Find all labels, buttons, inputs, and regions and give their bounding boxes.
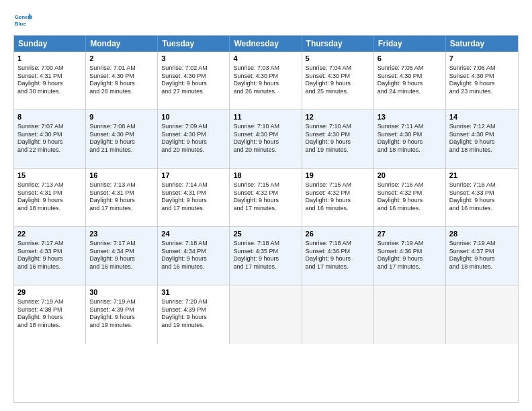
cell-text-line: Sunrise: 7:00 AM	[17, 64, 82, 73]
cell-text-line: and 20 minutes.	[233, 146, 298, 154]
day-number: 7	[449, 54, 515, 64]
cal-cell-day-22: 22Sunrise: 7:17 AMSunset: 4:33 PMDayligh…	[14, 227, 86, 285]
day-number: 3	[161, 54, 226, 64]
header: General Blue	[13, 11, 519, 30]
cell-text-line: Daylight: 9 hours	[449, 255, 515, 263]
cell-text-line: Sunset: 4:30 PM	[89, 131, 154, 139]
cal-cell-day-9: 9Sunrise: 7:08 AMSunset: 4:30 PMDaylight…	[86, 110, 158, 168]
cell-text-line: Sunset: 4:31 PM	[17, 73, 82, 81]
calendar-week-3: 15Sunrise: 7:13 AMSunset: 4:31 PMDayligh…	[14, 169, 518, 227]
cal-cell-day-25: 25Sunrise: 7:18 AMSunset: 4:35 PMDayligh…	[230, 227, 302, 285]
day-number: 18	[233, 171, 298, 181]
cell-text-line: Sunrise: 7:02 AM	[161, 64, 226, 73]
header-cell-tuesday: Tuesday	[158, 36, 230, 52]
cell-text-line: and 25 minutes.	[306, 88, 370, 96]
cal-cell-day-13: 13Sunrise: 7:11 AMSunset: 4:30 PMDayligh…	[374, 110, 446, 168]
calendar-header: SundayMondayTuesdayWednesdayThursdayFrid…	[14, 36, 518, 52]
cell-text-line: and 18 minutes.	[17, 205, 82, 213]
header-cell-friday: Friday	[374, 36, 446, 52]
svg-text:Blue: Blue	[15, 21, 27, 27]
cell-text-line: Sunset: 4:31 PM	[161, 189, 226, 197]
cell-text-line: Sunset: 4:31 PM	[17, 189, 82, 197]
cell-text-line: and 16 minutes.	[161, 263, 226, 271]
cell-text-line: Daylight: 9 hours	[306, 255, 370, 263]
cell-text-line: and 17 minutes.	[306, 263, 370, 271]
cell-text-line: Sunset: 4:39 PM	[89, 306, 154, 314]
cell-text-line: and 27 minutes.	[161, 88, 226, 96]
cell-text-line: Daylight: 9 hours	[17, 255, 82, 263]
cell-text-line: Daylight: 9 hours	[233, 138, 298, 146]
cell-text-line: and 30 minutes.	[17, 88, 82, 96]
cal-cell-day-21: 21Sunrise: 7:16 AMSunset: 4:33 PMDayligh…	[446, 169, 518, 226]
cell-text-line: Sunrise: 7:16 AM	[449, 181, 515, 189]
cell-text-line: and 17 minutes.	[378, 263, 442, 271]
day-number: 2	[89, 54, 154, 64]
day-number: 20	[378, 171, 442, 181]
cell-text-line: Sunrise: 7:10 AM	[233, 123, 298, 131]
cell-text-line: Daylight: 9 hours	[161, 80, 226, 88]
day-number: 25	[233, 229, 298, 239]
cell-text-line: Sunset: 4:30 PM	[306, 73, 370, 81]
cell-text-line: Sunrise: 7:09 AM	[161, 123, 226, 131]
cell-text-line: Daylight: 9 hours	[233, 80, 298, 88]
cal-cell-empty	[374, 285, 446, 344]
cell-text-line: and 17 minutes.	[233, 263, 298, 271]
logo-icon: General Blue	[13, 11, 32, 30]
cell-text-line: Sunrise: 7:06 AM	[449, 64, 515, 73]
cal-cell-day-19: 19Sunrise: 7:15 AMSunset: 4:32 PMDayligh…	[302, 169, 374, 226]
cell-text-line: Daylight: 9 hours	[449, 138, 515, 146]
cell-text-line: Daylight: 9 hours	[89, 314, 154, 322]
cell-text-line: Sunset: 4:30 PM	[161, 73, 226, 81]
cell-text-line: and 28 minutes.	[89, 88, 154, 96]
cell-text-line: Daylight: 9 hours	[449, 197, 515, 205]
cell-text-line: Sunset: 4:32 PM	[306, 189, 370, 197]
cell-text-line: Sunrise: 7:01 AM	[89, 64, 154, 73]
cell-text-line: Sunrise: 7:03 AM	[233, 64, 298, 73]
cell-text-line: Daylight: 9 hours	[161, 197, 226, 205]
cell-text-line: and 16 minutes.	[378, 205, 442, 213]
cal-cell-day-14: 14Sunrise: 7:12 AMSunset: 4:30 PMDayligh…	[446, 110, 518, 168]
day-number: 23	[89, 229, 154, 239]
day-number: 28	[449, 229, 515, 239]
cell-text-line: and 19 minutes.	[89, 322, 154, 330]
cal-cell-day-29: 29Sunrise: 7:19 AMSunset: 4:38 PMDayligh…	[14, 285, 86, 344]
cal-cell-day-28: 28Sunrise: 7:19 AMSunset: 4:37 PMDayligh…	[446, 227, 518, 285]
cell-text-line: and 18 minutes.	[378, 146, 442, 154]
day-number: 16	[89, 171, 154, 181]
cell-text-line: Sunrise: 7:19 AM	[378, 240, 442, 248]
cell-text-line: Sunrise: 7:19 AM	[17, 298, 82, 306]
cell-text-line: Sunrise: 7:17 AM	[89, 240, 154, 248]
cell-text-line: and 17 minutes.	[161, 205, 226, 213]
cell-text-line: Daylight: 9 hours	[89, 80, 154, 88]
cell-text-line: and 17 minutes.	[89, 205, 154, 213]
cal-cell-day-4: 4Sunrise: 7:03 AMSunset: 4:30 PMDaylight…	[230, 52, 302, 109]
day-number: 11	[233, 112, 298, 122]
cell-text-line: Sunrise: 7:05 AM	[378, 64, 442, 73]
day-number: 21	[449, 171, 515, 181]
cell-text-line: Sunrise: 7:11 AM	[378, 123, 442, 131]
cell-text-line: Sunset: 4:36 PM	[378, 248, 442, 256]
cell-text-line: Daylight: 9 hours	[449, 80, 515, 88]
cal-cell-day-23: 23Sunrise: 7:17 AMSunset: 4:34 PMDayligh…	[86, 227, 158, 285]
day-number: 29	[17, 287, 82, 298]
cal-cell-day-17: 17Sunrise: 7:14 AMSunset: 4:31 PMDayligh…	[158, 169, 230, 226]
cell-text-line: and 16 minutes.	[89, 263, 154, 271]
cal-cell-day-5: 5Sunrise: 7:04 AMSunset: 4:30 PMDaylight…	[302, 52, 374, 109]
cell-text-line: Sunset: 4:39 PM	[161, 306, 226, 314]
day-number: 14	[449, 112, 515, 122]
cal-cell-day-11: 11Sunrise: 7:10 AMSunset: 4:30 PMDayligh…	[230, 110, 302, 168]
cal-cell-day-10: 10Sunrise: 7:09 AMSunset: 4:30 PMDayligh…	[158, 110, 230, 168]
cell-text-line: Sunset: 4:30 PM	[378, 73, 442, 81]
cell-text-line: Sunset: 4:33 PM	[449, 189, 515, 197]
cell-text-line: Sunrise: 7:14 AM	[161, 181, 226, 189]
calendar: SundayMondayTuesdayWednesdayThursdayFrid…	[13, 35, 519, 403]
page: General Blue SundayMondayTuesdayWednesda…	[0, 0, 532, 411]
cal-cell-day-20: 20Sunrise: 7:16 AMSunset: 4:32 PMDayligh…	[374, 169, 446, 226]
header-cell-sunday: Sunday	[14, 36, 86, 52]
logo: General Blue	[13, 11, 35, 30]
cell-text-line: Daylight: 9 hours	[378, 197, 442, 205]
cal-cell-day-2: 2Sunrise: 7:01 AMSunset: 4:30 PMDaylight…	[86, 52, 158, 109]
calendar-week-2: 8Sunrise: 7:07 AMSunset: 4:30 PMDaylight…	[14, 110, 518, 169]
cell-text-line: Daylight: 9 hours	[306, 138, 370, 146]
cell-text-line: Sunset: 4:38 PM	[17, 306, 82, 314]
